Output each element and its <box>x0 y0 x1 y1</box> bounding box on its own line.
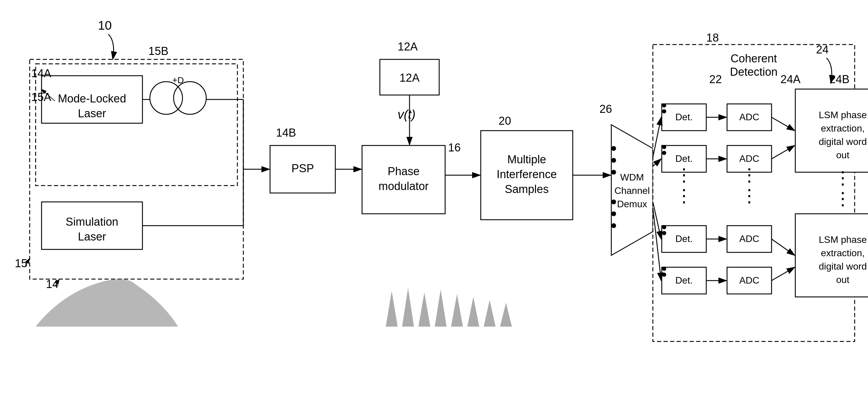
ref-14b: 14B <box>276 126 296 139</box>
det-dot4b <box>662 273 666 277</box>
adc2-label: ADC <box>739 153 760 164</box>
phase-modulator-label2: modulator <box>379 180 429 192</box>
mis-label3: Samples <box>505 183 549 195</box>
dot3 <box>611 170 616 175</box>
ref-16: 16 <box>448 141 461 154</box>
dots-top2: ⋮ <box>675 186 693 206</box>
det2-label: Det. <box>675 153 693 164</box>
dots-top: ⋮ <box>675 165 693 185</box>
det1-label: Det. <box>675 112 693 122</box>
wdm-label1: WDM <box>620 172 644 183</box>
lsm2-label2: extraction, <box>821 248 865 258</box>
lsm2-label1: LSM phase <box>819 234 867 245</box>
det4-label: Det. <box>675 275 693 285</box>
dots-lsm1: ⋮ <box>834 168 852 188</box>
ref-24: 24 <box>816 43 829 56</box>
det-dot1b <box>662 109 666 114</box>
simulation-laser-label2: Laser <box>78 231 106 243</box>
wdm-label3: Demux <box>617 199 647 209</box>
dot2 <box>611 158 616 163</box>
ref-15a: 15A <box>31 91 51 103</box>
ref-18: 18 <box>706 31 719 44</box>
dots-adc2: ⋮ <box>740 186 758 206</box>
lsm2-label4: out <box>836 274 849 285</box>
phase-modulator-label1: Phase <box>388 165 420 178</box>
adc4-label: ADC <box>739 275 760 285</box>
ref-24a: 24A <box>780 73 801 86</box>
coherent-detection-label1: Coherent <box>731 52 777 65</box>
dot1 <box>611 146 616 151</box>
ref-15b: 15B <box>148 45 168 57</box>
det-dot2a <box>662 145 666 149</box>
det-dot3b <box>662 231 666 235</box>
mode-locked-laser-label2: Laser <box>78 107 106 120</box>
dots-adc1: ⋮ <box>740 165 758 185</box>
vt-label: v(t) <box>398 108 416 121</box>
plus-d-label: +D <box>172 75 184 85</box>
lsm1-label4: out <box>836 150 849 160</box>
diagram-container: Mode-Locked Laser +D Simulation Laser PS… <box>0 0 868 394</box>
ref-24b: 24B <box>830 73 849 86</box>
wdm-label2: Channel <box>614 185 650 196</box>
mode-locked-laser-label: Mode-Locked <box>58 92 126 105</box>
phase-modulator-box <box>362 146 445 214</box>
coherent-detection-label2: Detection <box>730 66 778 78</box>
ref-20: 20 <box>499 115 511 127</box>
dot5 <box>611 211 616 216</box>
ref-15: 15 <box>15 257 27 270</box>
det-dot1a <box>662 103 666 108</box>
dots-lsm2: ⋮ <box>834 189 852 209</box>
det-dot4a <box>662 267 666 271</box>
det-dot2b <box>662 151 666 155</box>
lsm1-label3: digital word <box>819 136 867 147</box>
lsm2-label3: digital word <box>819 261 867 272</box>
simulation-laser-label: Simulation <box>66 216 118 228</box>
lsm1-label1: LSM phase <box>819 110 867 120</box>
ref-22: 22 <box>709 73 722 86</box>
lsm1-label2: extraction, <box>821 123 865 133</box>
ref-10: 10 <box>98 19 112 32</box>
dot4 <box>611 200 616 204</box>
mis-label2: Interference <box>497 168 557 181</box>
ref-26: 26 <box>599 103 612 115</box>
psp-label: PSP <box>291 162 314 175</box>
signal-source-label: 12A <box>399 71 420 84</box>
adc1-label: ADC <box>739 112 760 122</box>
det-dot3a <box>662 225 666 229</box>
ref-14a: 14A <box>31 67 51 80</box>
ref-12a: 12A <box>398 40 418 53</box>
adc3-label: ADC <box>739 233 760 244</box>
mis-label1: Multiple <box>507 153 546 166</box>
dot6 <box>611 223 616 228</box>
det3-label: Det. <box>675 233 693 244</box>
